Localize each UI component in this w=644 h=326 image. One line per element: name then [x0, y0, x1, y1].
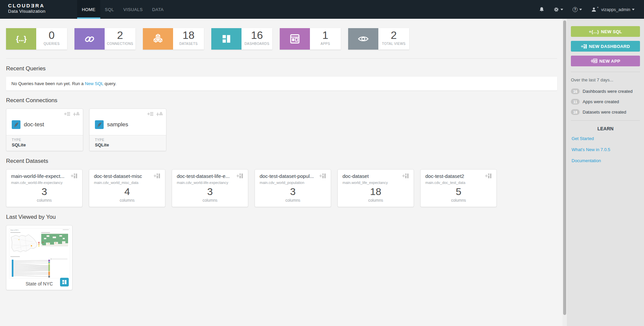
- dataset-column-count: 3: [177, 186, 243, 197]
- sqlite-feather-icon: [95, 120, 104, 129]
- dataset-source: main.cdv_world-life-expectancy: [11, 181, 77, 185]
- dataset-column-count: 4: [94, 186, 160, 197]
- connection-name: doc-test: [24, 121, 44, 128]
- dataset-card[interactable]: doc-test-dataset-misc main.cdv_world_mis…: [89, 169, 165, 207]
- add-dataset-icon[interactable]: [73, 112, 79, 117]
- user-icon: [591, 7, 596, 12]
- connection-card[interactable]: samples TYPE SQLite: [89, 109, 166, 151]
- cubes-icon: [143, 28, 173, 50]
- add-app-icon: [591, 58, 597, 64]
- learn-link-documentation[interactable]: Documentation: [572, 158, 640, 163]
- dataset-column-unit: columns: [177, 198, 243, 203]
- dataset-source: main.world_life_expectancy: [342, 181, 409, 185]
- activity-item: 18 Datasets were created: [571, 109, 640, 115]
- stat-card-queries[interactable]: {...} 0 QUERIES: [6, 28, 67, 50]
- dataset-card[interactable]: doc-test-dataset2 main.cdv_doc_test_data…: [420, 169, 497, 207]
- stat-card-datasets[interactable]: 18 DATASETS: [143, 28, 204, 50]
- dashboard-type-badge-icon: [60, 278, 69, 286]
- new-app-button[interactable]: NEW APP: [571, 56, 640, 66]
- add-dashboard-icon: [581, 44, 587, 49]
- stat-card-dashboards[interactable]: 16 DASHBOARDS: [211, 28, 272, 50]
- dataset-column-unit: columns: [94, 198, 160, 203]
- learn-title: LEARN: [571, 126, 640, 131]
- add-query-icon[interactable]: [64, 112, 70, 117]
- connections-label: CONNECTIONS: [105, 42, 136, 46]
- new-dashboard-from-dataset-icon[interactable]: [402, 173, 409, 179]
- dataset-name: doc-test-dataset-misc: [94, 173, 142, 179]
- tab-visuals[interactable]: VISUALS: [119, 0, 148, 19]
- activity-count-badge: 18: [571, 109, 580, 115]
- total-views-count: 2: [378, 28, 409, 42]
- divider: [571, 72, 640, 72]
- apps-label: APPS: [310, 42, 341, 46]
- dataset-card[interactable]: doc-test-dataset-life-e... main.cdv_worl…: [172, 169, 248, 207]
- braces-icon: {...}: [6, 28, 36, 50]
- dataset-column-unit: columns: [342, 198, 409, 203]
- help-menu[interactable]: ?: [573, 7, 582, 12]
- dataset-card[interactable]: doc-dataset main.world_life_expectancy 1…: [337, 169, 414, 207]
- dataset-column-count: 18: [342, 186, 409, 197]
- dataset-card[interactable]: main-world-life-expect... main.cdv_world…: [6, 169, 83, 207]
- datasets-row: main-world-life-expect... main.cdv_world…: [6, 169, 557, 207]
- sqlite-feather-icon: [12, 120, 20, 129]
- dataset-card[interactable]: doc-test-dataset-popul... main.cdv_world…: [255, 169, 331, 207]
- new-dashboard-from-dataset-icon[interactable]: [154, 173, 160, 179]
- cloudera-logo[interactable]: CLOUDƎRA Data Visualization: [0, 0, 77, 19]
- new-dashboard-button[interactable]: NEW DASHBOARD: [571, 41, 640, 52]
- new-dashboard-from-dataset-icon[interactable]: [236, 173, 243, 179]
- tab-home[interactable]: HOME: [77, 0, 100, 19]
- new-sql-button[interactable]: +{...} NEW SQL: [571, 26, 640, 37]
- dataset-column-count: 3: [260, 186, 326, 197]
- type-label: TYPE: [95, 138, 161, 142]
- add-dataset-icon[interactable]: [156, 112, 163, 117]
- dashboards-label: DASHBOARDS: [241, 42, 272, 46]
- new-sql-link[interactable]: New SQL: [85, 81, 103, 86]
- dataset-column-count: 3: [11, 186, 77, 197]
- dataset-name: doc-dataset: [342, 173, 369, 179]
- stat-card-apps[interactable]: 1 APPS: [280, 28, 341, 50]
- new-dashboard-from-dataset-icon[interactable]: [485, 173, 492, 179]
- activity-item: 11 Apps were created: [571, 99, 640, 105]
- type-value: SQLite: [12, 142, 77, 147]
- datasets-label: DATASETS: [173, 42, 204, 46]
- tab-sql[interactable]: SQL: [100, 0, 119, 19]
- notifications-bell-icon[interactable]: [539, 7, 544, 12]
- settings-gear-menu[interactable]: [554, 7, 563, 12]
- activity-title: Over the last 7 days...: [571, 77, 640, 82]
- vertical-scrollbar[interactable]: [562, 19, 567, 326]
- user-menu[interactable]: * vizapps_admin: [591, 7, 635, 12]
- scrollbar-thumb[interactable]: [563, 20, 566, 315]
- app-icon: [280, 28, 310, 50]
- dataset-name: main-world-life-expect...: [11, 173, 64, 179]
- divider: [571, 120, 640, 121]
- new-dashboard-from-dataset-icon[interactable]: [319, 173, 326, 179]
- datasets-count: 18: [173, 28, 204, 42]
- activity-count-badge: 16: [571, 88, 580, 94]
- type-value: SQLite: [95, 142, 161, 147]
- tab-data[interactable]: DATA: [148, 0, 168, 19]
- total-views-label: TOTAL VIEWS: [378, 42, 409, 46]
- recent-queries-title: Recent Queries: [6, 65, 557, 72]
- learn-link-get-started[interactable]: Get Started: [572, 136, 640, 141]
- connection-card[interactable]: doc-test TYPE SQLite: [6, 109, 83, 151]
- dataset-column-unit: columns: [425, 198, 492, 203]
- dataset-source: main.cdv_world_misc_data: [94, 181, 160, 185]
- dashboard-thumbnail-card[interactable]: State of NYC: [6, 225, 72, 290]
- learn-link-whats-new[interactable]: What's New in 7.0.5: [572, 147, 640, 152]
- dataset-column-unit: columns: [260, 198, 326, 203]
- stat-card-connections[interactable]: 2 CONNECTIONS: [74, 28, 136, 50]
- username: vizapps_admin: [601, 7, 630, 12]
- dataset-column-unit: columns: [11, 198, 77, 203]
- dataset-source: main.cdv_doc_test_data: [425, 181, 492, 185]
- add-query-icon[interactable]: [147, 112, 154, 117]
- dashboard-icon: [211, 28, 241, 50]
- eye-icon: [348, 28, 378, 50]
- admin-star-icon: *: [597, 6, 598, 10]
- connections-count: 2: [105, 28, 136, 42]
- dataset-source: main.cdv_world_population: [260, 181, 326, 185]
- chevron-down-icon: [579, 9, 582, 10]
- connection-name: samples: [107, 121, 128, 128]
- new-dashboard-from-dataset-icon[interactable]: [71, 173, 77, 179]
- gear-icon: [554, 7, 559, 12]
- stat-card-total-views[interactable]: 2 TOTAL VIEWS: [348, 28, 409, 50]
